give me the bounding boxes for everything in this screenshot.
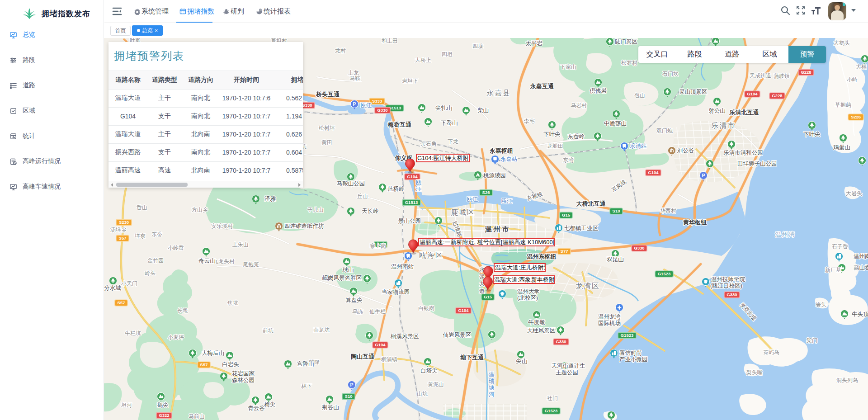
- svg-text:G330: G330: [556, 339, 566, 344]
- svg-text:泽雅: 泽雅: [264, 196, 276, 202]
- svg-text:主题公园: 主题公园: [556, 369, 578, 376]
- svg-text:倶佛岩: 倶佛岩: [590, 88, 607, 94]
- svg-text:S57: S57: [119, 236, 127, 241]
- svg-text:仙牛栏: 仙牛栏: [369, 308, 386, 315]
- svg-text:寨上岗: 寨上岗: [370, 243, 386, 249]
- svg-text:森林公园: 森林公园: [232, 377, 255, 383]
- svg-text:和上田: 和上田: [382, 38, 398, 44]
- svg-text:岭头: 岭头: [145, 270, 156, 276]
- svg-text:陡门景区: 陡门景区: [615, 38, 638, 45]
- svg-text:高山岙: 高山岙: [854, 264, 868, 271]
- svg-text:洞头列岛: 洞头列岛: [836, 377, 858, 383]
- svg-text:G1513: G1513: [405, 200, 418, 205]
- svg-text:方山乡: 方山乡: [192, 207, 208, 213]
- svg-text:下岙山: 下岙山: [441, 120, 458, 126]
- svg-text:草捆屿: 草捆屿: [835, 102, 851, 108]
- svg-text:G322: G322: [159, 413, 169, 418]
- svg-text:G104: G104: [407, 174, 418, 179]
- svg-text:松罗村: 松罗村: [621, 60, 637, 66]
- svg-text:S57: S57: [118, 300, 125, 305]
- svg-text:白银岗: 白银岗: [418, 305, 434, 311]
- svg-text:G1523: G1523: [658, 271, 671, 276]
- svg-text:温州市: 温州市: [485, 225, 511, 233]
- svg-text:G228: G228: [772, 93, 782, 98]
- svg-text:G330: G330: [726, 292, 737, 297]
- svg-text:大横: 大横: [856, 64, 867, 70]
- svg-text:G330: G330: [634, 245, 644, 250]
- svg-text:置信时尚: 置信时尚: [619, 350, 642, 356]
- svg-text:P: P: [702, 173, 705, 178]
- svg-text:S77: S77: [561, 249, 568, 254]
- svg-text:产业小微园: 产业小微园: [619, 356, 648, 363]
- svg-text:S230: S230: [119, 220, 129, 225]
- svg-text:东岙: 东岙: [151, 231, 162, 237]
- svg-text:山坑: 山坑: [417, 391, 428, 397]
- svg-text:大桥北互通: 大桥北互通: [576, 200, 606, 207]
- svg-text:乐清北互通: 乐清北互通: [729, 109, 760, 116]
- svg-text:余石角: 余石角: [420, 141, 437, 147]
- svg-text:陶山互通: 陶山互通: [351, 353, 375, 360]
- svg-text:子儿山: 子儿山: [307, 207, 324, 213]
- svg-text:塘下互通: 塘下互通: [460, 354, 484, 361]
- svg-text:瓯江: 瓯江: [467, 196, 478, 203]
- svg-text:P: P: [353, 101, 356, 107]
- svg-text:马鞍山公园: 马鞍山公园: [337, 180, 365, 187]
- svg-text:G1523: G1523: [545, 408, 558, 413]
- svg-text:霓屿岛: 霓屿岛: [763, 349, 779, 355]
- svg-text:架门: 架门: [807, 337, 817, 344]
- svg-text:桐溪风景区: 桐溪风景区: [390, 333, 419, 340]
- svg-text:G15: G15: [562, 212, 571, 217]
- svg-text:桐浦镇: 桐浦镇: [381, 356, 397, 363]
- svg-text:乌冻: 乌冻: [352, 308, 363, 315]
- svg-text:(瓯江口校区): (瓯江口校区): [710, 283, 742, 289]
- svg-text:温州岗背: 温州岗背: [854, 253, 868, 260]
- svg-text:乐清站: 乐清站: [630, 143, 647, 149]
- svg-text:小天门: 小天门: [121, 280, 137, 287]
- svg-text:G330: G330: [302, 103, 312, 108]
- svg-text:尖山: 尖山: [516, 358, 528, 364]
- svg-text:G104: G104: [375, 342, 386, 347]
- svg-text:G1523: G1523: [621, 333, 634, 338]
- svg-text:牛头顶: 牛头顶: [852, 311, 868, 317]
- svg-text:梅岙互通: 梅岙互通: [387, 121, 412, 128]
- svg-text:尖轧山: 尖轧山: [435, 105, 453, 111]
- svg-text:直龙坑: 直龙坑: [313, 327, 330, 333]
- svg-text:四坦: 四坦: [442, 51, 453, 57]
- svg-text:牛度墩: 牛度墩: [528, 319, 545, 326]
- svg-text:岩坦下: 岩坦下: [402, 78, 418, 84]
- svg-text:下叶尖: 下叶尖: [543, 131, 561, 137]
- svg-text:下龙: 下龙: [448, 138, 458, 145]
- svg-text:G104: G104: [458, 308, 469, 313]
- svg-text:温州东枢纽: 温州东枢纽: [527, 253, 557, 260]
- svg-text:小峙: 小峙: [847, 76, 858, 83]
- svg-text:双昆山: 双昆山: [607, 256, 624, 263]
- svg-text:双门炮: 双门炮: [656, 127, 673, 134]
- svg-text:松树坪: 松树坪: [319, 125, 335, 131]
- svg-text:温州南站: 温州南站: [391, 264, 414, 270]
- svg-text:白岩头: 白岩头: [222, 361, 239, 368]
- svg-text:S57: S57: [200, 362, 208, 367]
- svg-text:焦坑: 焦坑: [227, 300, 238, 306]
- svg-text:丘山: 丘山: [357, 193, 368, 199]
- svg-text:算盘尖: 算盘尖: [345, 297, 363, 303]
- svg-text:垟寮: 垟寮: [134, 233, 146, 239]
- svg-text:长墘: 长墘: [177, 307, 188, 314]
- svg-text:东湾: 东湾: [563, 157, 574, 163]
- svg-text:天河街道计生: 天河街道计生: [552, 363, 585, 369]
- svg-text:七都镇工业区: 七都镇工业区: [564, 225, 599, 231]
- svg-text:G228: G228: [801, 70, 811, 75]
- svg-text:G104: G104: [747, 91, 758, 96]
- svg-text:牛栏坑: 牛栏坑: [125, 330, 141, 336]
- svg-text:黄泥山: 黄泥山: [428, 381, 444, 387]
- svg-text:林下: 林下: [301, 383, 312, 389]
- svg-text:刘公谷: 刘公谷: [677, 147, 694, 154]
- svg-text:温州技师学院: 温州技师学院: [711, 276, 745, 283]
- svg-text:S333: S333: [372, 99, 382, 104]
- svg-text:江: 江: [416, 186, 422, 192]
- svg-text:天长岭: 天长岭: [362, 208, 379, 214]
- svg-text:瓯: 瓯: [416, 179, 422, 186]
- svg-text:中雁荡山: 中雁荡山: [604, 120, 627, 127]
- svg-text:宫降山: 宫降山: [297, 361, 314, 367]
- svg-text:花岩国家: 花岩国家: [231, 370, 255, 377]
- svg-text:温州湾: 温州湾: [775, 231, 796, 238]
